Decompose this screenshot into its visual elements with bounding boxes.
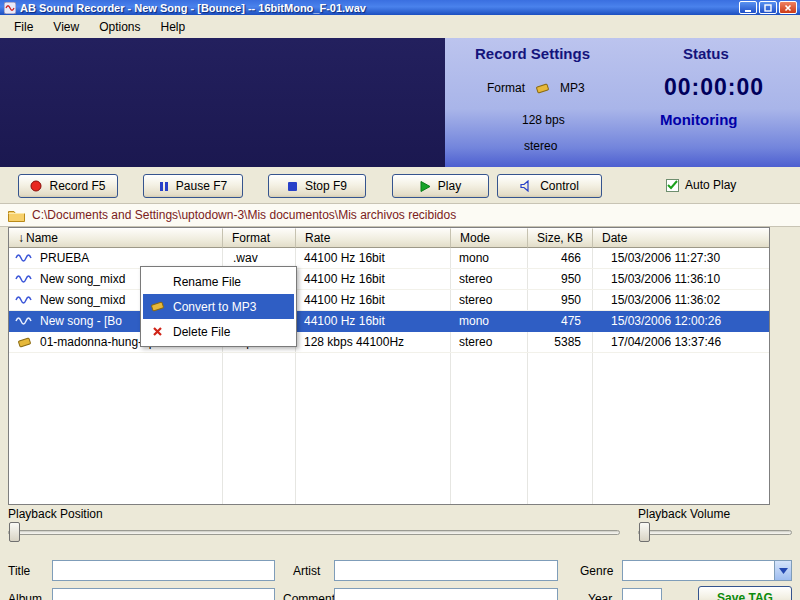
cell-mode: mono [451, 311, 528, 331]
header-name[interactable]: ↓ Name [9, 228, 223, 248]
cell-date: 15/03/2006 11:27:30 [593, 248, 769, 268]
genre-select[interactable] [622, 560, 792, 581]
play-button[interactable]: Play [392, 174, 489, 198]
control-button[interactable]: Control [497, 174, 602, 198]
cell-mode: stereo [451, 269, 528, 289]
playback-volume-slider[interactable] [638, 530, 792, 535]
play-button-label: Play [438, 179, 461, 193]
path-bar: C:\Documents and Settings\uptodown-3\Mis… [0, 203, 800, 227]
cell-date: 17/04/2006 13:37:46 [593, 332, 769, 352]
header-format[interactable]: Format [223, 228, 296, 248]
menu-file[interactable]: File [4, 17, 43, 37]
file-list-body: PRUEBA .wav 44100 Hz 16bit mono 466 15/0… [9, 248, 769, 504]
status-text: Monitoring [660, 111, 737, 128]
cell-size: 475 [528, 311, 593, 331]
save-tag-button[interactable]: Save TAG [698, 586, 792, 600]
play-icon [420, 181, 431, 192]
pause-button-label: Pause F7 [176, 179, 227, 193]
header-mode[interactable]: Mode [451, 228, 528, 248]
cell-mode: mono [451, 248, 528, 268]
artist-input[interactable] [334, 560, 558, 581]
header-rate[interactable]: Rate [296, 228, 451, 248]
stop-button-label: Stop F9 [305, 179, 347, 193]
auto-play-toggle[interactable]: Auto Play [666, 178, 736, 192]
table-row[interactable]: 01-madonna-hung-up .mp3 128 kbps 44100Hz… [9, 332, 769, 353]
file-list: ↓ Name Format Rate Mode Size, KB Date PR… [8, 227, 770, 505]
mp3-file-icon [15, 336, 33, 349]
cell-size: 950 [528, 290, 593, 310]
context-menu-delete[interactable]: Delete File [143, 319, 294, 344]
record-settings-panel: Record Settings Status Format MP3 128 bp… [445, 38, 800, 167]
speaker-icon [520, 180, 533, 192]
wave-icon [15, 315, 33, 327]
year-label: Year [588, 592, 612, 600]
header-date[interactable]: Date [593, 228, 769, 248]
maximize-button[interactable] [759, 1, 777, 14]
minimize-button[interactable] [739, 1, 757, 14]
format-label: Format [487, 81, 525, 95]
file-list-header: ↓ Name Format Rate Mode Size, KB Date [9, 228, 769, 248]
sort-descending-icon: ↓ [18, 231, 24, 245]
artist-label: Artist [293, 564, 320, 578]
playback-position-thumb[interactable] [9, 522, 20, 542]
album-input[interactable] [52, 588, 275, 600]
check-icon [667, 180, 678, 190]
cell-rate: 44100 Hz 16bit [296, 290, 451, 310]
cell-size: 5385 [528, 332, 593, 352]
table-row[interactable]: PRUEBA .wav 44100 Hz 16bit mono 466 15/0… [9, 248, 769, 269]
pause-icon [159, 181, 169, 192]
stop-button[interactable]: Stop F9 [268, 174, 366, 198]
album-label: Album [8, 592, 42, 600]
window-title: AB Sound Recorder - New Song - [Bounce] … [20, 2, 739, 14]
waveform-display [0, 38, 445, 167]
context-menu-convert-to-mp3[interactable]: Convert to MP3 [143, 294, 294, 319]
auto-play-checkbox[interactable] [666, 179, 679, 192]
header-size[interactable]: Size, KB [528, 228, 593, 248]
wave-icon [15, 252, 33, 264]
table-row[interactable]: New song_mixd 44100 Hz 16bit stereo 950 … [9, 290, 769, 311]
record-icon [30, 180, 42, 192]
playback-volume-label: Playback Volume [638, 507, 730, 521]
close-button[interactable] [779, 1, 797, 14]
menu-help[interactable]: Help [151, 17, 196, 37]
wave-icon [15, 294, 33, 306]
titlebar[interactable]: AB Sound Recorder - New Song - [Bounce] … [0, 0, 800, 15]
cell-rate: 44100 Hz 16bit [296, 311, 451, 331]
window-controls [739, 1, 797, 14]
title-input[interactable] [52, 560, 275, 581]
context-menu: Rename File Convert to MP3 Delete File [140, 266, 297, 347]
chevron-down-icon[interactable] [774, 561, 791, 580]
cell-rate: 128 kbps 44100Hz [296, 332, 451, 352]
year-input[interactable] [622, 588, 662, 600]
wave-icon [15, 273, 33, 285]
context-menu-rename[interactable]: Rename File [143, 269, 294, 294]
delete-x-icon [146, 326, 168, 337]
table-row-selected[interactable]: New song - [Bo 44100 Hz 16bit mono 475 1… [9, 311, 769, 332]
cell-date: 15/03/2006 11:36:10 [593, 269, 769, 289]
record-button[interactable]: Record F5 [18, 174, 118, 198]
record-timer: 00:00:00 [664, 74, 764, 101]
cell-name: PRUEBA [9, 248, 223, 268]
mp3-format-icon [535, 82, 550, 95]
table-row[interactable]: New song_mixd 44100 Hz 16bit stereo 950 … [9, 269, 769, 290]
tag-form: Title Artist Genre Album Comment Year Sa… [0, 548, 800, 600]
playback-volume-thumb[interactable] [639, 522, 650, 542]
display-panel: Record Settings Status Format MP3 128 bp… [0, 38, 800, 167]
title-label: Title [8, 564, 30, 578]
mp3-convert-icon [146, 300, 168, 313]
cell-mode: stereo [451, 332, 528, 352]
comment-input[interactable] [334, 588, 558, 600]
record-button-label: Record F5 [49, 179, 105, 193]
menu-view[interactable]: View [43, 17, 89, 37]
playback-position-slider[interactable] [8, 530, 620, 535]
record-settings-header: Record Settings [475, 45, 590, 62]
current-path: C:\Documents and Settings\uptodown-3\Mis… [32, 208, 456, 222]
bitrate-value: 128 bps [522, 113, 565, 127]
menu-options[interactable]: Options [89, 17, 150, 37]
pause-button[interactable]: Pause F7 [143, 174, 243, 198]
toolbar: Record F5 Pause F7 Stop F9 Play Control [0, 167, 800, 203]
folder-icon [8, 209, 25, 222]
cell-date: 15/03/2006 11:36:02 [593, 290, 769, 310]
channels-value: stereo [524, 139, 557, 153]
comment-label: Comment [283, 592, 335, 600]
